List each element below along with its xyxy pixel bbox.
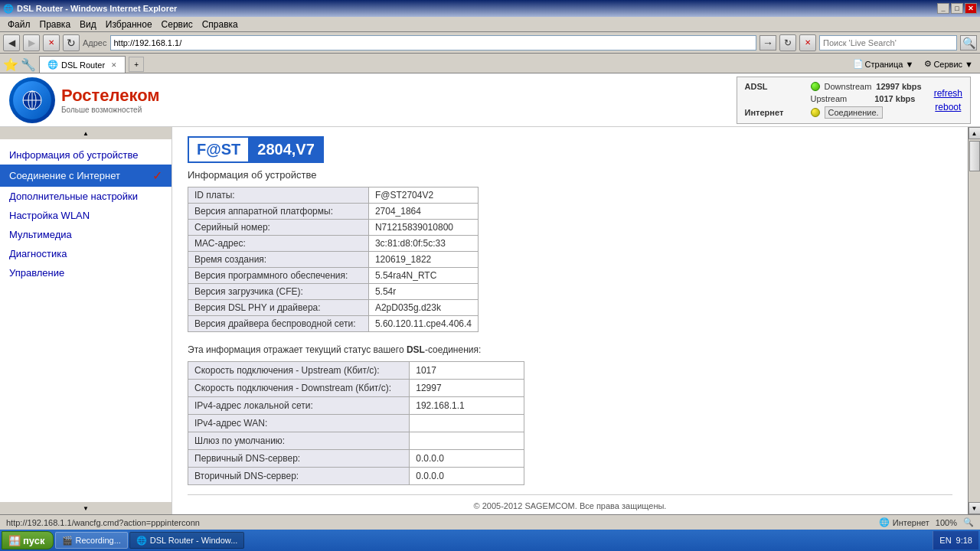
lang-label: EN xyxy=(939,536,951,545)
table-row: Первичный DNS-сервер:0.0.0.0 xyxy=(188,450,524,468)
table-cell-value: 5.60.120.11.cpe4.406.4 xyxy=(368,316,478,332)
nav-arrow-icon: ✓ xyxy=(152,168,162,183)
upstream-label: Upstream xyxy=(811,94,848,103)
tab-close[interactable]: ✕ xyxy=(111,61,117,69)
table-cell-value: 120619_1822 xyxy=(368,252,478,268)
favorites-btn[interactable]: ⭐ 🔧 xyxy=(3,57,36,72)
refresh-nav-button[interactable]: ↻ xyxy=(63,34,80,51)
menu-tools[interactable]: Сервис xyxy=(157,18,198,31)
page-menu-btn[interactable]: 📄 Страница ▼ xyxy=(849,57,918,71)
scroll-up-btn[interactable]: ▲ xyxy=(969,127,981,139)
nav-diagnostics[interactable]: Диагностика xyxy=(0,244,172,263)
taskbar-item-dsl[interactable]: 🌐 DSL Router - Window... xyxy=(129,532,245,549)
table-cell-label: Версия загрузчика (CFE): xyxy=(188,284,369,300)
menu-edit[interactable]: Правка xyxy=(35,18,76,31)
tab-toolbar: ⭐ 🔧 🌐 DSL Router ✕ + 📄 Страница ▼ ⚙ Серв… xyxy=(0,54,980,73)
downstream-value: 12997 kbps xyxy=(876,82,921,91)
reboot-button[interactable]: reboot xyxy=(934,102,962,112)
scroll-thumb[interactable] xyxy=(969,141,980,171)
back-button[interactable]: ◀ xyxy=(3,34,20,51)
table-cell-label: Версия программного обеспечения: xyxy=(188,268,369,284)
search-input[interactable] xyxy=(819,35,957,51)
zoom-level: 100% xyxy=(936,518,957,527)
globe-icon: 🌐 xyxy=(879,517,890,527)
menu-file[interactable]: Файл xyxy=(3,18,35,31)
dsl-info-text: Эта информация отражает текущий статус в… xyxy=(188,344,407,355)
logo-circle xyxy=(9,77,55,123)
refresh-button[interactable]: ↻ xyxy=(779,34,796,51)
nav-wlan[interactable]: Настройка WLAN xyxy=(0,206,172,225)
status-panel: ADSL Downstream 12997 kbps Upstream 1017… xyxy=(737,77,971,124)
browser-content: Ростелеком Больше возможностей ADSL Down… xyxy=(0,73,980,514)
conn-cell-value: 12997 xyxy=(410,380,524,397)
table-cell-value: 2704_1864 xyxy=(368,204,478,220)
address-label: Адрес xyxy=(83,38,107,47)
nav-device-info[interactable]: Информация об устройстве xyxy=(0,145,172,165)
upstream-row: Upstream 1017 kbps xyxy=(745,94,922,103)
start-button[interactable]: 🪟 пуск xyxy=(2,531,54,549)
address-input[interactable] xyxy=(110,35,757,51)
go-button[interactable]: → xyxy=(760,35,776,51)
table-cell-value: 5.54ra4N_RTC xyxy=(368,268,478,284)
internet-label: Интернет xyxy=(745,108,806,117)
stop-button[interactable]: ✕ xyxy=(43,34,60,51)
device-title-left: F@ST xyxy=(189,138,250,161)
table-row: IPv4-адрес локальной сети:192.168.1.1 xyxy=(188,397,524,415)
table-row: Версия аппаратной платформы:2704_1864 xyxy=(188,204,479,220)
sidebar: ▲ Информация об устройстве Соединение с … xyxy=(0,127,172,514)
zoom-icon: 🔍 xyxy=(963,517,974,527)
close-button[interactable]: ✕ xyxy=(965,3,977,14)
internet-status-label: Интернет xyxy=(893,518,929,527)
section-title: Информация об устройстве xyxy=(188,169,952,181)
title-bar-buttons: _ □ ✕ xyxy=(937,3,977,14)
nav-device-info-label: Информация об устройстве xyxy=(9,149,138,161)
menu-help[interactable]: Справка xyxy=(198,18,243,31)
dsl-bold: DSL xyxy=(407,344,425,355)
conn-cell-value: 0.0.0.0 xyxy=(410,450,524,468)
taskbar-tray: EN 9:18 xyxy=(933,531,978,549)
device-title-right: 2804,V7 xyxy=(250,138,322,161)
maximize-button[interactable]: □ xyxy=(951,3,963,14)
table-row: МАС-адрес:3c:81:d8:0f:5c:33 xyxy=(188,236,479,252)
new-tab-btn[interactable]: + xyxy=(129,57,144,72)
adsl-label: ADSL xyxy=(745,82,806,91)
table-row: Шлюз по умолчанию: xyxy=(188,432,524,450)
forward-button[interactable]: ▶ xyxy=(23,34,40,51)
tab-icon: 🌐 xyxy=(47,60,58,70)
refresh-button-panel[interactable]: refresh xyxy=(934,88,962,99)
search-go-button[interactable]: 🔍 xyxy=(960,35,977,51)
sidebar-scroll-down[interactable]: ▼ xyxy=(0,502,172,514)
active-tab[interactable]: 🌐 DSL Router ✕ xyxy=(39,56,126,73)
logo-inner xyxy=(13,81,51,119)
table-row: IPv4-адрес WAN: xyxy=(188,415,524,432)
x-stop-button[interactable]: ✕ xyxy=(799,34,816,51)
table-row: Вторичный DNS-сервер:0.0.0.0 xyxy=(188,468,524,485)
table-cell-label: Время создания: xyxy=(188,252,369,268)
nav-extra-settings[interactable]: Дополнительные настройки xyxy=(0,187,172,206)
recording-icon: 🎬 xyxy=(62,536,73,546)
minimize-button[interactable]: _ xyxy=(937,3,949,14)
table-cell-label: Версия драйвера беспроводной сети: xyxy=(188,316,369,332)
tools-icon: ⚙ xyxy=(924,59,932,69)
nav-management[interactable]: Управление xyxy=(0,263,172,282)
start-icon: 🪟 xyxy=(8,535,21,546)
dsl-label: DSL Router - Window... xyxy=(150,536,238,545)
menu-view[interactable]: Вид xyxy=(75,18,101,31)
tab-label: DSL Router xyxy=(61,60,105,70)
menu-favorites[interactable]: Избранное xyxy=(101,18,157,31)
adsl-led xyxy=(811,82,820,91)
sidebar-scroll-up[interactable]: ▲ xyxy=(0,127,172,139)
nav-internet-conn[interactable]: Соединение с Интернет ✓ xyxy=(0,165,172,187)
nav-multimedia[interactable]: Мультимедиа xyxy=(0,225,172,244)
nav-extra-settings-label: Дополнительные настройки xyxy=(9,191,138,202)
conn-cell-value: 192.168.1.1 xyxy=(410,397,524,415)
dsl-icon: 🌐 xyxy=(136,536,147,546)
taskbar-item-recording[interactable]: 🎬 Recording... xyxy=(55,532,128,549)
tools-menu-btn[interactable]: ⚙ Сервис ▼ xyxy=(920,57,977,71)
table-cell-label: Серийный номер: xyxy=(188,220,369,236)
address-bar: ◀ ▶ ✕ ↻ Адрес → ↻ ✕ 🔍 xyxy=(0,32,980,54)
adsl-status-row: ADSL Downstream 12997 kbps xyxy=(745,82,922,91)
internet-row: Интернет Соединение. xyxy=(745,106,922,119)
scroll-down-btn[interactable]: ▼ xyxy=(969,502,981,514)
downstream-label: Downstream xyxy=(825,82,872,91)
